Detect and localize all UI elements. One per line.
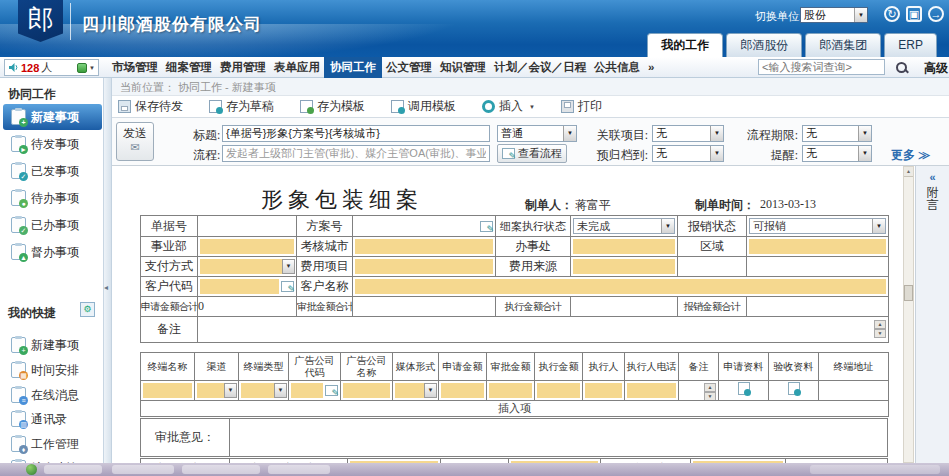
menu-schedule[interactable]: 计划／会议／日程 [490,57,590,78]
edit-icon[interactable] [325,385,338,396]
scrollbar-thumb[interactable] [904,285,913,301]
send-button[interactable]: 发送✉ [116,122,154,161]
customer-name-field[interactable] [353,277,889,297]
save-send-button[interactable]: 保存待发 [118,98,183,115]
sidebar-item-sent[interactable]: ✓已发事项 [3,158,102,184]
chevron-down-icon[interactable]: ▼ [563,126,576,141]
media-form-select[interactable]: ▼ [393,381,439,401]
taskbar-window-button[interactable] [44,465,102,474]
ad-code-field[interactable] [289,381,341,401]
remark-field[interactable]: ▲▼ [198,317,889,343]
chevron-down-icon[interactable]: ▼ [661,219,674,233]
channel-select[interactable]: ▼ [195,381,239,401]
chevron-down-icon[interactable]: ▼ [854,8,867,22]
menu-public-info[interactable]: 公共信息 [590,57,644,78]
chevron-down-icon[interactable]: ▼ [858,126,871,141]
bill-no-field[interactable] [198,216,297,237]
spin-up-icon[interactable]: ▲ [704,383,716,392]
spin-down-icon[interactable]: ▼ [874,329,886,338]
expense-source-field[interactable] [571,257,678,277]
gear-icon[interactable]: ⚙ [80,302,95,317]
print-button[interactable]: 打印 [561,98,602,115]
menu-forms[interactable]: 表单应用 [270,57,324,78]
taskbar-window-button[interactable] [182,465,260,474]
executor-phone-field[interactable] [625,381,679,401]
related-project-select[interactable]: 无▼ [652,125,724,142]
logout-icon[interactable]: → [928,6,944,22]
customer-code-field[interactable] [198,277,297,297]
shortcut-new-item[interactable]: +新建事项 [3,333,102,357]
taskbar-window-button[interactable] [268,465,330,474]
menu-expense[interactable]: 费用管理 [216,57,270,78]
priority-select[interactable]: 普通▼ [497,125,577,142]
chevron-down-icon[interactable]: ▼ [89,65,95,71]
chevron-down-icon[interactable]: ▼ [424,383,437,398]
exec-amount-field[interactable] [535,381,583,401]
start-button[interactable] [26,464,37,475]
menu-more[interactable]: » [644,57,658,78]
reimb-status-select[interactable]: 可报销▼ [749,218,886,234]
ad-name-field[interactable] [341,381,393,401]
chevron-down-icon[interactable]: ▼ [710,126,723,141]
search-icon[interactable] [894,60,909,75]
os-taskbar[interactable] [0,463,949,476]
refresh-icon[interactable]: ↻ [884,6,900,22]
chevron-down-icon[interactable]: ▼ [224,383,237,398]
shortcut-messages[interactable]: ≡在线消息 [3,383,102,407]
tab-langjiu-gufen[interactable]: 郎酒股份 [726,33,802,57]
menu-plan[interactable]: 细案管理 [162,57,216,78]
remind-select[interactable]: 无▼ [802,145,872,162]
sidebar-item-new[interactable]: +新建事项 [3,104,102,130]
insert-button[interactable]: 插入▼ [482,98,535,115]
menu-documents[interactable]: 公文管理 [382,57,436,78]
save-template-button[interactable]: 存为模板 [300,98,365,115]
insert-row-link[interactable]: 插入项 [141,401,889,417]
approve-amount-field[interactable] [487,381,535,401]
menu-collaboration[interactable]: 协同工作 [324,57,382,78]
more-options-link[interactable]: 更多 ≫ [891,147,930,164]
chevron-down-icon[interactable]: ▼ [282,259,295,274]
pay-method-select[interactable]: ▼ [198,257,297,277]
sidebar-item-supervise[interactable]: ▲督办事项 [3,239,102,265]
office-field[interactable] [571,237,678,257]
tab-langjiu-group[interactable]: 郎酒集团 [805,33,881,57]
shortcut-schedule[interactable]: ▦时间安排 [3,358,102,382]
advanced-search-link[interactable]: 高级 [924,60,948,77]
edit-icon[interactable] [480,221,493,232]
region-field[interactable] [747,237,889,257]
menu-knowledge[interactable]: 知识管理 [436,57,490,78]
splitter-handle-icon[interactable]: ◂ [104,283,108,292]
division-field[interactable] [198,237,297,257]
deadline-select[interactable]: 无▼ [802,125,872,142]
shortcut-work-manage[interactable]: ♦工作管理 [3,432,102,456]
archive-select[interactable]: 无▼ [652,145,724,162]
sidebar-item-todo[interactable]: ●待办事项 [3,185,102,211]
save-draft-button[interactable]: 存为草稿 [209,98,274,115]
spin-down-icon[interactable]: ▼ [704,392,716,401]
home-icon[interactable]: ▣ [906,6,922,22]
edit-icon[interactable] [281,281,294,292]
menu-market[interactable]: 市场管理 [108,57,162,78]
view-flow-button[interactable]: 查看流程 [497,144,567,163]
shortcut-contacts[interactable]: ▥通讯录 [3,407,102,431]
title-input[interactable] [222,125,490,142]
sidebar-splitter[interactable]: ◂ [104,78,112,463]
chevron-down-icon[interactable]: ▼ [710,146,723,161]
terminal-type-select[interactable]: ▼ [239,381,289,401]
collapse-button[interactable]: « [924,171,942,183]
approval-field[interactable] [230,419,888,457]
sidebar-item-tosend[interactable]: ►待发事项 [3,131,102,157]
executor-field[interactable] [583,381,625,401]
sidebar-item-done[interactable]: ✓已办事项 [3,212,102,238]
attachment-label[interactable]: 附言 [926,186,939,212]
apply-amount-field[interactable] [439,381,487,401]
terminal-address-cell[interactable] [819,381,889,401]
taskbar-window-button[interactable] [112,465,174,474]
expense-item-field[interactable] [353,257,496,277]
chevron-down-icon[interactable]: ▼ [872,219,885,233]
city-field[interactable] [353,237,496,257]
status-icon[interactable] [77,63,87,73]
spinner-control[interactable]: ▲▼ [874,320,886,338]
exec-status-select[interactable]: 未完成▼ [573,218,675,234]
chevron-down-icon[interactable]: ▼ [274,383,287,398]
